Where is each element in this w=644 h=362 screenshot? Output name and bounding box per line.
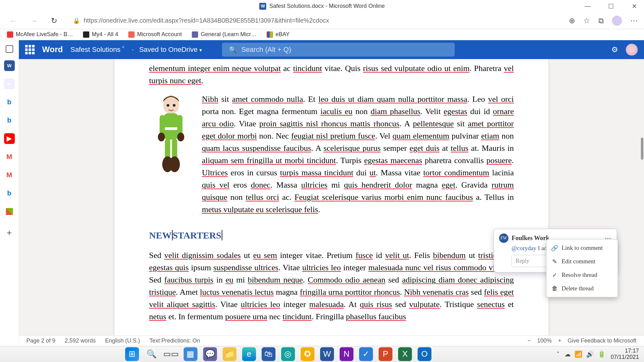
rail-gmail-icon[interactable]: M <box>4 170 15 180</box>
menu-delete-thread[interactable]: 🗑Delete thread <box>547 282 618 295</box>
zoom-in[interactable]: + <box>558 337 561 344</box>
scrollbar-thumb[interactable] <box>641 138 643 160</box>
taskbar-edge-icon[interactable]: e <box>242 347 256 361</box>
scrollbar[interactable] <box>640 59 644 335</box>
word-doc-icon <box>259 3 266 10</box>
paragraph[interactable]: Nibh sit amet commodo nulla. Et leo duis… <box>202 93 514 216</box>
taskbar-app-icon[interactable]: ✪ <box>301 347 314 361</box>
bookmark-teams[interactable]: General (Learn Micr… <box>192 31 257 38</box>
status-page[interactable]: Page 2 of 9 <box>26 337 55 344</box>
app-launcher-icon[interactable] <box>25 45 35 54</box>
status-language[interactable]: English (U.S.) <box>105 337 140 344</box>
tray-volume-icon[interactable]: 🔊 <box>586 350 594 358</box>
search-input[interactable]: 🔍 Search (Alt + Q) <box>222 43 455 57</box>
svg-rect-3 <box>164 113 179 140</box>
taskbar-store-icon[interactable]: 🛍 <box>262 347 275 361</box>
read-aloud-icon[interactable]: ⊕ <box>569 16 575 25</box>
rail-add-icon[interactable]: + <box>4 228 15 238</box>
more-icon[interactable]: ⋯ <box>630 16 638 25</box>
taskbar-todo-icon[interactable]: ✓ <box>359 347 373 361</box>
svg-point-2 <box>173 104 175 107</box>
nav-refresh[interactable]: ↻ <box>48 14 60 27</box>
nav-back[interactable]: ← <box>6 14 20 27</box>
bookmark-my4[interactable]: My4 - All 4 <box>83 31 118 38</box>
bookmark-label: General (Learn Micr… <box>201 31 257 38</box>
url-text: https://onedrive.live.com/edit.aspx?resi… <box>84 17 329 24</box>
nav-forward[interactable]: → <box>27 14 41 27</box>
rail-tab-icon[interactable] <box>6 45 13 53</box>
taskbar-explorer-icon[interactable]: 📁 <box>223 347 236 361</box>
status-word-count[interactable]: 2,592 words <box>65 337 96 344</box>
taskbar-word-icon[interactable]: W <box>320 347 334 361</box>
comment-context-menu: 🔗Link to comment ✎Edit comment ✓Resolve … <box>546 239 618 297</box>
ebay-icon <box>267 31 273 38</box>
bookmark-ebay[interactable]: eBAY <box>267 31 290 38</box>
taskbar-taskview-icon[interactable]: ▭▭ <box>164 347 178 361</box>
favorite-icon[interactable]: ☆ <box>583 16 590 25</box>
tray-wifi-icon[interactable]: 📶 <box>575 350 582 358</box>
window-minimize[interactable]: — <box>580 3 595 10</box>
tray-clock[interactable]: 17:17 07/11/2021 <box>611 348 639 360</box>
bookmark-ms-account[interactable]: Microsoft Account <box>128 31 182 38</box>
status-text-predictions[interactable]: Text Predictions: On <box>149 337 200 344</box>
address-bar[interactable]: 🔒 https://onedrive.live.com/edit.aspx?re… <box>67 14 562 28</box>
document-page[interactable]: elementum integer enim neque volutpat ac… <box>114 59 548 335</box>
feedback-link[interactable]: Give Feedback to Microsoft <box>568 337 636 344</box>
rail-word-active-icon[interactable]: W <box>4 79 15 89</box>
taskbar-search-icon[interactable]: 🔍 <box>145 347 158 361</box>
comment-avatar: FW <box>499 233 508 243</box>
menu-edit-comment[interactable]: ✎Edit comment <box>547 255 618 268</box>
menu-link-comment[interactable]: 🔗Link to comment <box>547 241 618 255</box>
save-status[interactable]: Saved to OneDrive ▾ <box>139 46 202 54</box>
user-avatar[interactable] <box>626 44 638 56</box>
comment-author: Foulkes Work <box>512 234 549 242</box>
heading-new-starters[interactable]: NEWSTARTERS <box>149 228 222 242</box>
rail-bing-icon[interactable]: b <box>4 97 15 107</box>
title-separator: - <box>132 47 133 52</box>
link-icon: 🔗 <box>552 244 558 252</box>
window-maximize[interactable]: ☐ <box>604 3 618 10</box>
window-close[interactable]: ✕ <box>627 3 641 10</box>
taskbar-start[interactable]: ⊞ <box>125 347 139 361</box>
mcafee-icon <box>7 31 13 38</box>
search-placeholder: Search (Alt + Q) <box>241 46 291 54</box>
window-title: Safest Solutions.docx - Microsoft Word O… <box>269 3 385 9</box>
trash-icon: 🗑 <box>552 285 558 292</box>
collections-icon[interactable]: ⧉ <box>598 16 604 25</box>
rail-bing-icon[interactable]: b <box>4 188 15 199</box>
rail-word-icon[interactable]: W <box>4 60 15 71</box>
profile-icon[interactable] <box>612 16 622 26</box>
zoom-out[interactable]: − <box>528 337 531 344</box>
taskbar-powerpoint-icon[interactable]: P <box>379 347 392 361</box>
rail-youtube-icon[interactable]: ▶ <box>4 133 15 144</box>
pencil-icon: ✎ <box>552 258 558 265</box>
taskbar-onenote-icon[interactable]: N <box>340 347 353 361</box>
zoom-level: 100% <box>537 337 552 344</box>
taskbar-app-icon[interactable]: ◎ <box>281 347 295 361</box>
paragraph[interactable]: elementum integer enim neque volutpat ac… <box>149 62 514 87</box>
rail-bing-icon[interactable]: b <box>4 115 15 126</box>
bookmark-label: McAfee LiveSafe - B… <box>16 31 73 38</box>
taskbar-chat-icon[interactable]: 💬 <box>203 347 217 361</box>
bookmark-mcafee[interactable]: McAfee LiveSafe - B… <box>7 31 73 38</box>
bookmark-label: Microsoft Account <box>137 31 182 38</box>
search-icon: 🔍 <box>229 46 237 53</box>
rail-microsoft-icon[interactable] <box>4 206 15 217</box>
all4-icon <box>83 31 89 38</box>
tray-chevron-icon[interactable]: ˄ <box>557 351 559 358</box>
svg-point-8 <box>177 133 184 141</box>
comment-card: FW Foulkes Work ⋯ @coryday I add your an… <box>494 229 617 272</box>
word-brand[interactable]: Word <box>42 45 63 54</box>
svg-point-12 <box>169 156 180 172</box>
taskbar-widgets-icon[interactable]: ▦ <box>184 347 197 361</box>
paragraph[interactable]: Sed velit dignissim sodales ut eu sem in… <box>149 249 514 323</box>
bookmark-label: My4 - All 4 <box>92 31 118 38</box>
tray-battery-icon[interactable]: 🔋 <box>598 350 606 358</box>
rail-gmail-icon[interactable]: M <box>4 151 15 162</box>
settings-icon[interactable]: ⚙ <box>611 45 618 54</box>
tray-onedrive-icon[interactable]: ☁ <box>564 350 571 358</box>
taskbar-outlook-icon[interactable]: O <box>418 347 431 361</box>
menu-resolve-thread[interactable]: ✓Resolve thread <box>547 268 618 282</box>
document-title[interactable]: Safest Solutions ᴿ <box>70 45 124 54</box>
taskbar-excel-icon[interactable]: X <box>398 347 412 361</box>
